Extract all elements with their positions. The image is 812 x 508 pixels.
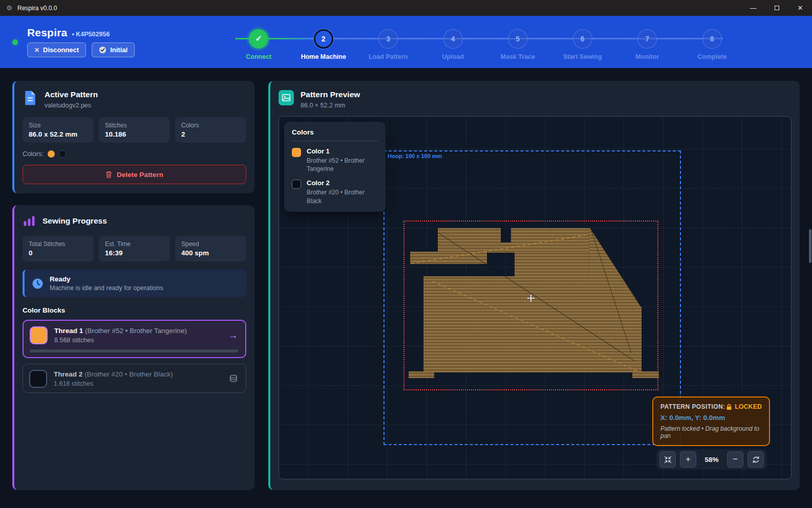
status-title: Ready <box>50 275 163 283</box>
step-number: 6 <box>581 35 585 43</box>
lock-icon <box>726 404 732 410</box>
legend-color-desc: Brother #52 • Brother Tangerine <box>307 157 378 173</box>
delete-pattern-button[interactable]: Delete Pattern <box>23 165 246 184</box>
status-description: Machine is idle and ready for operations <box>50 284 163 292</box>
position-coordinates: X: 0.0mm, Y: 0.0mm <box>660 414 762 422</box>
legend-item-color-2: Color 2 Brother #20 • Brother Black <box>292 179 378 205</box>
fit-view-button[interactable] <box>659 451 676 468</box>
disconnect-label: Disconnect <box>43 46 79 54</box>
minimize-icon: — <box>750 4 757 12</box>
thread-name: Thread 2 <box>54 370 82 378</box>
step-number: 2 <box>322 35 326 43</box>
thread-2-row[interactable]: Thread 2 (Brother #20 • Brother Black) 1… <box>23 364 246 393</box>
step-label: Mask Trace <box>501 53 535 60</box>
maximize-button[interactable] <box>765 0 788 16</box>
step-number: 3 <box>386 35 390 43</box>
stat-value: 86.0 x 52.2 mm <box>29 130 88 138</box>
step-label: Monitor <box>635 53 659 60</box>
step-number: 7 <box>645 35 649 43</box>
layers-icon <box>228 374 239 384</box>
machine-serial: • K4P502956 <box>72 31 110 38</box>
disconnect-button[interactable]: ✕ Disconnect <box>27 42 86 57</box>
close-icon: ✕ <box>798 4 803 12</box>
hoop-center-crosshair <box>527 295 535 302</box>
thread-1-row[interactable]: Thread 1 (Brother #52 • Brother Tangerin… <box>23 320 246 358</box>
sewing-progress-title: Sewing Progress <box>42 216 107 226</box>
window-title: Respira v0.0.0 <box>17 5 57 12</box>
step-check-icon: ✓ <box>255 34 262 43</box>
stat-label: Size <box>29 122 88 129</box>
locked-badge: LOCKED <box>735 403 762 410</box>
app-header: Respira • K4P502956 ✕ Disconnect Initial <box>0 16 812 68</box>
clock-icon <box>32 278 44 290</box>
zoom-in-button[interactable]: + <box>680 451 696 468</box>
initial-label: Initial <box>110 46 127 54</box>
sewing-progress-card: Sewing Progress Total Stitches 0 Est. Ti… <box>12 205 254 490</box>
legend-title: Colors <box>292 128 378 141</box>
stat-label: Colors <box>181 122 240 129</box>
legend-swatch-orange <box>292 148 301 157</box>
color-blocks-label: Color Blocks <box>23 306 246 314</box>
stat-label: Speed <box>181 240 240 248</box>
connection-status-dot <box>12 39 18 45</box>
initial-button[interactable]: Initial <box>92 42 135 57</box>
plus-icon: + <box>686 454 691 465</box>
brand-name: Respira <box>27 27 67 39</box>
thread-stitch-count: 8.568 stitches <box>54 337 221 344</box>
stepper-step-home-machine[interactable]: 2 Home Machine <box>291 29 356 60</box>
thread-1-swatch <box>30 326 48 344</box>
preview-canvas[interactable]: Hoop: 100 x 100 mm <box>279 116 792 479</box>
stat-size: Size 86.0 x 52.2 mm <box>23 117 94 143</box>
step-label: Start Sewing <box>563 53 602 60</box>
position-title: PATTERN POSITION: <box>660 403 725 410</box>
stepper-step-upload[interactable]: 4 Upload <box>421 29 486 60</box>
legend-item-color-1: Color 1 Brother #52 • Brother Tangerine <box>292 147 378 173</box>
pattern-dimensions: 86.0 × 52.2 mm <box>301 102 360 109</box>
window-scrollbar-thumb[interactable] <box>809 229 811 263</box>
minimize-button[interactable]: — <box>741 0 765 16</box>
step-label: Home Machine <box>301 53 346 60</box>
legend-color-name: Color 2 <box>307 179 378 187</box>
stat-label: Est. Time <box>105 240 164 248</box>
thread-stitch-count: 1.618 stitches <box>54 380 222 387</box>
stepper-step-complete[interactable]: 8 Complete <box>680 29 745 60</box>
thread-detail: (Brother #20 • Brother Black) <box>84 370 173 378</box>
stat-label: Total Stitches <box>29 240 88 248</box>
stepper-step-mask-trace[interactable]: 5 Mask Trace <box>485 29 550 60</box>
thread-2-swatch <box>29 370 47 388</box>
stat-value: 0 <box>29 249 88 257</box>
color-swatch-black <box>59 150 66 158</box>
legend-swatch-black <box>292 180 301 189</box>
zoom-level: 58% <box>700 456 723 463</box>
stepper-step-connect[interactable]: ✓ Connect <box>226 29 291 60</box>
refresh-icon <box>752 456 760 463</box>
step-label: Upload <box>442 53 464 60</box>
position-hint: Pattern locked • Drag background to pan <box>660 425 762 439</box>
thread-1-progress-bar <box>30 349 238 352</box>
pattern-preview-card: Pattern Preview 86.0 × 52.2 mm Hoop: 100… <box>268 81 800 490</box>
stat-est-time: Est. Time 16:39 <box>99 236 170 261</box>
colors-label: Colors: <box>23 150 44 158</box>
stat-value: 400 spm <box>181 249 240 257</box>
step-number: 4 <box>451 35 455 43</box>
close-button[interactable]: ✕ <box>788 0 812 16</box>
stat-value: 16:39 <box>105 249 164 257</box>
reset-view-button[interactable] <box>747 451 764 468</box>
stepper-step-start-sewing[interactable]: 6 Start Sewing <box>550 29 615 60</box>
trash-icon <box>105 171 112 178</box>
stat-speed: Speed 400 spm <box>175 236 246 261</box>
zoom-out-button[interactable]: − <box>727 451 743 468</box>
zoom-toolbar: + 58% − <box>656 449 767 470</box>
delete-pattern-label: Delete Pattern <box>117 171 163 179</box>
machine-status-banner: Ready Machine is idle and ready for oper… <box>23 270 246 297</box>
stat-value: 2 <box>181 130 240 138</box>
disconnect-x-icon: ✕ <box>34 47 39 54</box>
stepper-step-load-pattern[interactable]: 3 Load Pattern <box>356 29 421 60</box>
legend-color-desc: Brother #20 • Brother Black <box>307 188 378 205</box>
minus-icon: − <box>733 454 738 465</box>
step-label: Complete <box>697 53 726 60</box>
titlebar: ⚙ Respira v0.0.0 — ✕ <box>0 0 812 16</box>
colors-legend: Colors Color 1 Brother #52 • Brother Tan… <box>284 122 386 212</box>
stat-colors: Colors 2 <box>175 117 246 143</box>
stepper-step-monitor[interactable]: 7 Monitor <box>615 29 680 60</box>
